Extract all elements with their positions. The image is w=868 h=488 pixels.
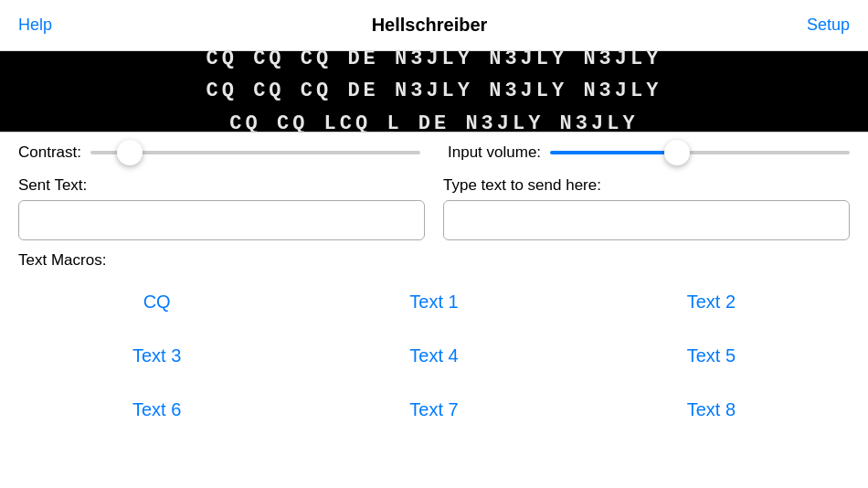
macro-button-text5[interactable]: Text 5 — [573, 329, 850, 383]
macro-button-text2[interactable]: Text 2 — [573, 275, 850, 329]
input-volume-track[interactable] — [550, 151, 850, 154]
type-text-label: Type text to send here: — [443, 176, 850, 195]
app-title: Hellschreiber — [372, 15, 488, 36]
macros-label: Text Macros: — [18, 251, 850, 270]
input-volume-group: Input volume: — [448, 143, 850, 162]
text-inputs-row: Sent Text: Type text to send here: — [18, 176, 850, 240]
macro-button-text1[interactable]: Text 1 — [295, 275, 572, 329]
hell-line-2: CQ CQ CQ DE N3JLY N3JLY N3JLY — [206, 75, 662, 107]
macros-section: Text Macros: CQText 1Text 2Text 3Text 4T… — [0, 240, 868, 437]
contrast-track[interactable] — [90, 151, 420, 154]
help-button[interactable]: Help — [18, 16, 52, 35]
setup-button[interactable]: Setup — [807, 16, 850, 35]
hell-display: CQ CQ CQ DE N3JLY N3JLY N3JLY CQ CQ CQ D… — [0, 51, 868, 132]
header: Help Hellschreiber Setup — [0, 0, 868, 51]
type-text-input[interactable] — [443, 200, 850, 240]
hell-line-3: CQ CQ LCQ L DE N3JLY N3JLY — [206, 108, 662, 132]
hell-line-1: CQ CQ CQ DE N3JLY N3JLY N3JLY — [206, 51, 662, 75]
macros-grid: CQText 1Text 2Text 3Text 4Text 5Text 6Te… — [18, 275, 850, 437]
contrast-thumb[interactable] — [117, 140, 143, 165]
sent-text-group: Sent Text: — [18, 176, 425, 240]
macro-button-text7[interactable]: Text 7 — [295, 383, 572, 437]
controls-section: Contrast: Input volume: Sent Text: Type … — [0, 133, 868, 240]
macro-button-text6[interactable]: Text 6 — [18, 383, 295, 437]
input-volume-thumb[interactable] — [664, 140, 690, 165]
contrast-label: Contrast: — [18, 143, 81, 162]
contrast-group: Contrast: — [18, 143, 420, 162]
sliders-row: Contrast: Input volume: — [18, 143, 850, 162]
macro-button-text4[interactable]: Text 4 — [295, 329, 572, 383]
sent-text-label: Sent Text: — [18, 176, 425, 195]
input-volume-label: Input volume: — [448, 143, 541, 162]
type-text-group: Type text to send here: — [443, 176, 850, 240]
macro-button-cq[interactable]: CQ — [18, 275, 295, 329]
macro-button-text3[interactable]: Text 3 — [18, 329, 295, 383]
sent-text-input[interactable] — [18, 200, 425, 240]
macro-button-text8[interactable]: Text 8 — [573, 383, 850, 437]
